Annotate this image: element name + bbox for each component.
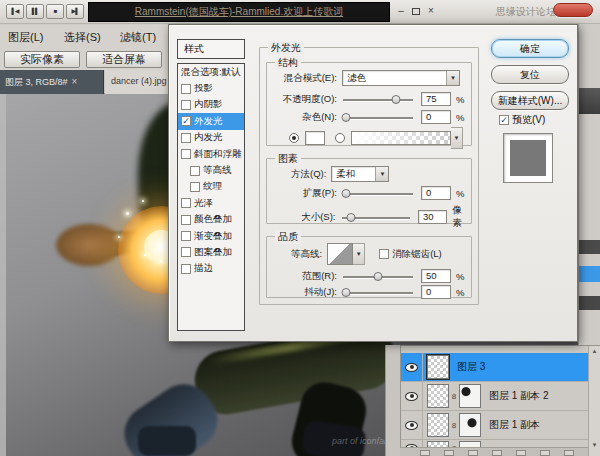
style-item-contour[interactable]: ✓等高线: [178, 162, 244, 178]
layer-mask-thumbnail[interactable]: [459, 384, 481, 408]
layer-style-icon[interactable]: [444, 450, 454, 456]
new-layer-icon[interactable]: [540, 450, 550, 456]
noise-slider[interactable]: [343, 113, 413, 122]
player-stop-button[interactable]: ■: [46, 4, 64, 19]
opacity-value[interactable]: 75: [421, 92, 451, 106]
slider-knob[interactable]: [347, 213, 356, 222]
contour-picker-arrow-icon[interactable]: ▼: [353, 243, 365, 265]
checkbox[interactable]: ✓: [181, 100, 191, 110]
preview-checkbox[interactable]: ✓: [499, 115, 509, 125]
range-slider[interactable]: [343, 272, 413, 281]
chevron-down-icon[interactable]: ▼: [446, 71, 459, 85]
style-item-gradient-overlay[interactable]: ✓渐变叠加: [178, 228, 244, 244]
style-item-stroke[interactable]: ✓描边: [178, 261, 244, 277]
slider-knob[interactable]: [341, 288, 350, 297]
method-dropdown[interactable]: 柔和 ▼: [331, 166, 389, 182]
layer-row[interactable]: 8 图层 1 副本: [401, 411, 589, 440]
close-icon[interactable]: ×: [424, 5, 438, 18]
layer-thumbnail[interactable]: [427, 355, 449, 379]
player-prev-button[interactable]: ▌◀: [6, 4, 24, 19]
fit-screen-button[interactable]: 适合屏幕: [86, 51, 162, 68]
layer-mask-thumbnail[interactable]: [459, 413, 481, 437]
slider-knob[interactable]: [341, 113, 350, 122]
checkbox[interactable]: ✓: [190, 182, 200, 192]
style-item-blending-options[interactable]: 混合选项:默认: [178, 64, 244, 80]
checkbox[interactable]: ✓: [190, 166, 200, 176]
eye-icon[interactable]: [405, 363, 418, 372]
eye-icon[interactable]: [405, 392, 418, 401]
checkbox-checked[interactable]: ✓: [181, 116, 191, 126]
menu-layer[interactable]: 图层(L): [8, 30, 43, 45]
contour-thumbnail[interactable]: [327, 243, 353, 265]
slider-knob[interactable]: [341, 189, 350, 198]
style-item-satin[interactable]: ✓光泽: [178, 195, 244, 211]
jitter-unit: %: [456, 287, 464, 298]
gradient-picker-arrow-icon[interactable]: ▼: [451, 127, 463, 149]
delete-layer-icon[interactable]: [564, 450, 574, 456]
antialias-checkbox[interactable]: ✓: [379, 249, 389, 259]
tab-close-icon[interactable]: ×: [72, 76, 78, 87]
range-value[interactable]: 50: [421, 269, 451, 283]
restore-icon[interactable]: [412, 8, 420, 15]
checkbox[interactable]: ✓: [181, 84, 191, 94]
reset-button[interactable]: 复位: [491, 65, 569, 84]
style-item-drop-shadow[interactable]: ✓投影: [178, 80, 244, 96]
spread-slider[interactable]: [343, 189, 413, 198]
layers-scrollbar[interactable]: ▲ ▼: [588, 346, 600, 456]
layer-row-selected[interactable]: 图层 3: [401, 353, 589, 382]
spread-value[interactable]: 0: [421, 186, 451, 200]
group-icon[interactable]: [516, 450, 526, 456]
checkbox[interactable]: ✓: [181, 198, 191, 208]
style-item-texture[interactable]: ✓纹理: [178, 179, 244, 195]
style-item-inner-glow[interactable]: ✓内发光: [178, 130, 244, 146]
visibility-cell[interactable]: [401, 411, 423, 440]
style-item-outer-glow[interactable]: ✓外发光: [178, 113, 244, 129]
checkbox[interactable]: ✓: [181, 231, 191, 241]
slider-knob[interactable]: [374, 272, 383, 281]
layer-thumbnail[interactable]: [427, 384, 449, 408]
adjustment-layer-icon[interactable]: [492, 450, 502, 456]
layer-row[interactable]: 8 图层 1 副本 2: [401, 382, 589, 411]
jitter-slider[interactable]: [343, 288, 413, 297]
link-layers-icon[interactable]: [420, 450, 430, 456]
style-item-bevel-emboss[interactable]: ✓斜面和浮雕: [178, 146, 244, 162]
style-item-color-overlay[interactable]: ✓颜色叠加: [178, 212, 244, 228]
glow-color-swatch[interactable]: [305, 131, 325, 145]
checkbox[interactable]: ✓: [181, 133, 191, 143]
opacity-slider[interactable]: [343, 95, 413, 104]
eye-icon[interactable]: [405, 421, 418, 430]
checkbox[interactable]: ✓: [181, 247, 191, 257]
player-pause-button[interactable]: ▌▌: [26, 4, 44, 19]
checkbox[interactable]: ✓: [181, 215, 191, 225]
slider-knob[interactable]: [391, 95, 400, 104]
tab-document-active[interactable]: 图层 3, RGB/8#×: [0, 70, 104, 94]
gradient-radio[interactable]: [335, 133, 345, 143]
menu-filter[interactable]: 滤镜(T): [120, 30, 156, 45]
color-radio-selected[interactable]: [289, 133, 299, 143]
glow-gradient-swatch[interactable]: [351, 131, 451, 145]
blend-mode-dropdown[interactable]: 滤色 ▼: [342, 70, 460, 86]
size-value[interactable]: 30: [418, 210, 447, 224]
chevron-down-icon[interactable]: ▼: [375, 167, 388, 181]
layer-thumbnail[interactable]: [427, 413, 449, 437]
visibility-cell[interactable]: [401, 382, 423, 411]
minimize-icon[interactable]: –: [394, 5, 408, 18]
ok-button[interactable]: 确定: [491, 39, 569, 58]
menu-select[interactable]: 选择(S): [64, 30, 101, 45]
add-mask-icon[interactable]: [468, 450, 478, 456]
visibility-cell[interactable]: [401, 353, 423, 382]
tab-label: 图层 3, RGB/8#: [5, 77, 68, 87]
checkbox[interactable]: ✓: [181, 264, 191, 274]
checkbox[interactable]: ✓: [181, 149, 191, 159]
size-slider[interactable]: [342, 213, 410, 222]
style-item-inner-shadow[interactable]: ✓内阴影: [178, 97, 244, 113]
preview-option[interactable]: ✓ 预览(V): [499, 113, 545, 127]
player-next-button[interactable]: ▶▌: [66, 4, 84, 19]
new-style-button[interactable]: 新建样式(W)...: [491, 91, 569, 110]
noise-value[interactable]: 0: [421, 110, 451, 124]
jitter-value[interactable]: 0: [421, 285, 451, 299]
scroll-up-icon[interactable]: ▲: [589, 348, 600, 354]
scroll-down-icon[interactable]: ▼: [589, 442, 600, 448]
style-item-pattern-overlay[interactable]: ✓图案叠加: [178, 244, 244, 260]
actual-pixels-button[interactable]: 实际像素: [4, 51, 80, 68]
